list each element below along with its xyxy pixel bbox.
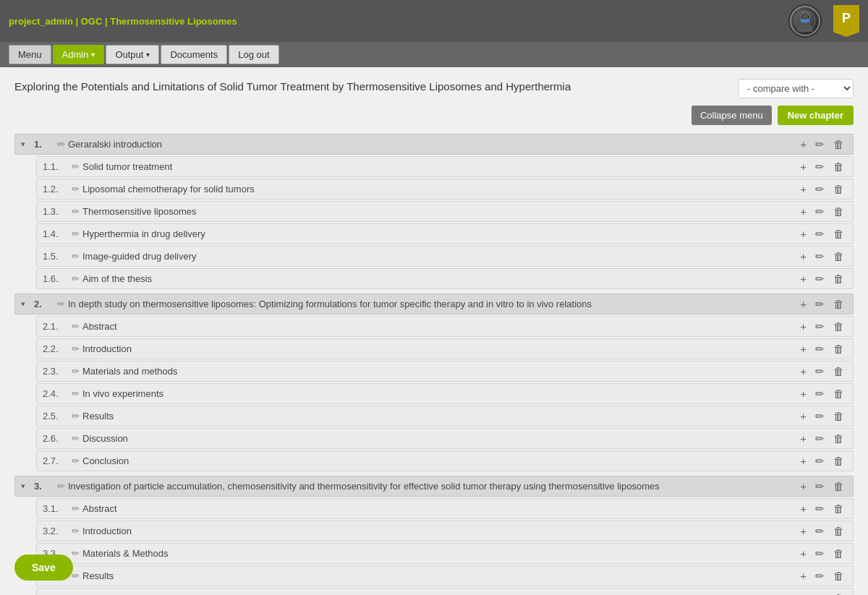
section-add-button[interactable]: + (797, 388, 809, 400)
chevron-icon[interactable]: ▾ (21, 299, 31, 309)
chapter-add-button[interactable]: + (797, 480, 809, 492)
chapter-edit-button[interactable]: ✏ (812, 138, 827, 150)
section-delete-button[interactable]: 🗑 (830, 343, 847, 355)
section-delete-button[interactable]: 🗑 (830, 160, 847, 173)
section-add-button[interactable]: + (797, 547, 809, 560)
section-add-button[interactable]: + (797, 570, 809, 582)
section-delete-button[interactable]: 🗑 (830, 250, 847, 262)
section-edit-button[interactable]: ✏ (812, 525, 827, 537)
collapse-menu-button[interactable]: Collapse menu (692, 106, 772, 125)
section-edit-button[interactable]: ✏ (812, 250, 827, 262)
nav-menu[interactable]: Menu (9, 45, 51, 64)
section-edit-icon[interactable]: ✏ (72, 526, 80, 536)
section-delete-button[interactable]: 🗑 (830, 205, 847, 218)
section-delete-button[interactable]: 🗑 (830, 502, 847, 515)
section-delete-button[interactable]: 🗑 (830, 432, 847, 445)
section-edit-icon[interactable]: ✏ (72, 251, 80, 262)
section-row-left: 1.6. ✏ Aim of the thesis (43, 273, 797, 284)
section-edit-button[interactable]: ✏ (812, 388, 827, 400)
chapter-delete-button[interactable]: 🗑 (830, 480, 847, 492)
section-delete-button[interactable]: 🗑 (830, 570, 847, 582)
section-edit-button[interactable]: ✏ (812, 410, 827, 422)
section-delete-button[interactable]: 🗑 (830, 273, 847, 285)
section-delete-button[interactable]: 🗑 (830, 183, 847, 195)
section-edit-icon[interactable]: ✏ (72, 273, 80, 284)
section-add-button[interactable]: + (797, 410, 809, 422)
section-delete-button[interactable]: 🗑 (830, 410, 847, 422)
section-edit-button[interactable]: ✏ (812, 455, 827, 467)
section-edit-icon[interactable]: ✏ (72, 366, 80, 377)
section-delete-button[interactable]: 🗑 (830, 455, 847, 467)
chevron-icon[interactable]: ▾ (21, 140, 31, 149)
nav-output[interactable]: Output ▾ (106, 45, 159, 64)
chapter-edit-icon[interactable]: ✏ (57, 481, 65, 492)
section-add-button[interactable]: + (797, 183, 809, 195)
chapter-delete-button[interactable]: 🗑 (830, 138, 847, 150)
section-edit-button[interactable]: ✏ (812, 365, 827, 377)
section-edit-icon[interactable]: ✏ (72, 206, 80, 217)
section-edit-button[interactable]: ✏ (812, 343, 827, 355)
chapter-actions: + ✏ 🗑 (797, 480, 847, 492)
nav-documents[interactable]: Documents (161, 45, 227, 64)
section-add-button[interactable]: + (797, 160, 809, 173)
chapter-edit-button[interactable]: ✏ (812, 480, 827, 492)
section-add-button[interactable]: + (797, 365, 809, 377)
chevron-icon[interactable]: ▾ (21, 481, 31, 491)
new-chapter-button[interactable]: New chapter (778, 106, 854, 125)
chapter-edit-icon[interactable]: ✏ (57, 139, 65, 150)
section-delete-button[interactable]: 🗑 (830, 228, 847, 240)
section-edit-icon[interactable]: ✏ (72, 388, 80, 399)
chapter-edit-button[interactable]: ✏ (812, 298, 827, 310)
compare-select[interactable]: - compare with - (738, 79, 854, 98)
section-edit-button[interactable]: ✏ (812, 320, 827, 333)
section-edit-button[interactable]: ✏ (812, 183, 827, 195)
nav-logout[interactable]: Log out (229, 45, 278, 64)
section-add-button[interactable]: + (797, 592, 809, 595)
section-edit-button[interactable]: ✏ (812, 160, 827, 173)
section-delete-button[interactable]: 🗑 (830, 525, 847, 537)
section-delete-button[interactable]: 🗑 (830, 365, 847, 377)
chapter-delete-button[interactable]: 🗑 (830, 298, 847, 310)
section-edit-icon[interactable]: ✏ (72, 228, 80, 239)
section-edit-icon[interactable]: ✏ (72, 455, 80, 466)
section-edit-button[interactable]: ✏ (812, 205, 827, 218)
chapter-edit-icon[interactable]: ✏ (57, 299, 65, 309)
section-add-button[interactable]: + (797, 273, 809, 285)
section-edit-icon[interactable]: ✏ (72, 411, 80, 421)
nav-admin[interactable]: Admin ▾ (53, 45, 105, 64)
section-add-button[interactable]: + (797, 525, 809, 537)
save-button[interactable]: Save (14, 555, 73, 581)
section-delete-button[interactable]: 🗑 (830, 320, 847, 333)
section-edit-icon[interactable]: ✏ (72, 548, 80, 559)
section-num: 3.2. (43, 526, 69, 536)
section-title: Abstract (82, 503, 797, 514)
section-edit-icon[interactable]: ✏ (72, 503, 80, 514)
section-edit-icon[interactable]: ✏ (72, 161, 80, 172)
section-delete-button[interactable]: 🗑 (830, 388, 847, 400)
section-add-button[interactable]: + (797, 432, 809, 445)
section-add-button[interactable]: + (797, 320, 809, 333)
chapter-add-button[interactable]: + (797, 298, 809, 310)
section-edit-icon[interactable]: ✏ (72, 570, 80, 581)
section-delete-button[interactable]: 🗑 (830, 592, 847, 595)
section-edit-button[interactable]: ✏ (812, 570, 827, 582)
section-edit-button[interactable]: ✏ (812, 502, 827, 515)
section-add-button[interactable]: + (797, 343, 809, 355)
section-add-button[interactable]: + (797, 228, 809, 240)
section-edit-button[interactable]: ✏ (812, 273, 827, 285)
section-add-button[interactable]: + (797, 455, 809, 467)
chapter-add-button[interactable]: + (797, 138, 809, 150)
section-edit-icon[interactable]: ✏ (72, 343, 80, 354)
section-edit-icon[interactable]: ✏ (72, 321, 80, 332)
section-add-button[interactable]: + (797, 502, 809, 515)
section-edit-button[interactable]: ✏ (812, 432, 827, 445)
section-delete-button[interactable]: 🗑 (830, 547, 847, 560)
section-row-left: 3.4. ✏ Results (43, 570, 797, 581)
section-edit-button[interactable]: ✏ (812, 547, 827, 560)
section-add-button[interactable]: + (797, 205, 809, 218)
section-edit-icon[interactable]: ✏ (72, 433, 80, 444)
section-edit-icon[interactable]: ✏ (72, 184, 80, 194)
section-edit-button[interactable]: ✏ (812, 592, 827, 595)
section-add-button[interactable]: + (797, 250, 809, 262)
section-edit-button[interactable]: ✏ (812, 228, 827, 240)
